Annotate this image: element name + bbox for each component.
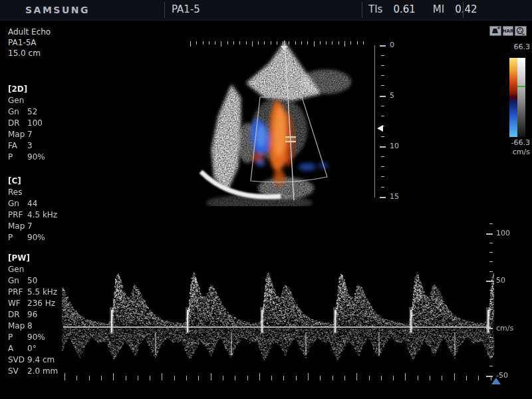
section-header: [PW] <box>8 253 65 264</box>
ruler-tick <box>344 376 345 380</box>
parameter-label: Gn <box>8 106 27 118</box>
ruler-tick <box>271 41 271 45</box>
divider <box>164 2 165 18</box>
colorbar-gray-gradient <box>517 58 525 137</box>
ruler-tick <box>320 376 321 380</box>
ruler-tick <box>190 41 191 47</box>
tis-label: TIs <box>368 3 382 15</box>
parameter-row: WF236 Hz <box>8 298 65 309</box>
parameter-value: 8 <box>27 321 65 332</box>
ruler-tick <box>76 376 77 380</box>
ruler-tick <box>380 45 386 47</box>
parameter-value: 5.5 kHz <box>27 287 65 298</box>
ruler-tick <box>186 376 187 380</box>
parameter-label: P <box>8 332 27 343</box>
parameter-label: WF <box>8 298 27 309</box>
parameter-row: FA3 <box>8 140 65 152</box>
ruler-tick <box>277 41 277 45</box>
parameter-label: Map <box>8 221 27 232</box>
ruler-tick <box>308 373 309 380</box>
ruler-tick <box>314 41 315 47</box>
ruler-tick <box>259 373 260 380</box>
velocity-label: 100 <box>496 229 510 237</box>
parameter-value <box>27 95 65 106</box>
parameter-row: PRF4.5 kHz <box>8 209 65 221</box>
ruler-tick <box>247 376 248 380</box>
parameter-label: SV <box>8 366 27 377</box>
ruler-tick <box>301 41 302 45</box>
ruler-tick <box>381 187 384 188</box>
depth-label: 0 <box>390 41 394 49</box>
ultrasound-screen: SAMSUNG PA1-5 TIs0.61MI0.42 HAR Adult Ec… <box>0 0 532 399</box>
ruler-tick <box>296 376 297 380</box>
ruler-tick <box>126 376 126 380</box>
ruler-tick <box>227 41 228 45</box>
color-doppler-scale-bar <box>509 58 525 137</box>
ruler-tick <box>332 41 332 45</box>
parameter-label: Gen <box>8 95 27 106</box>
mi-label: MI <box>433 3 444 15</box>
focus-position-marker[interactable] <box>377 125 383 132</box>
parameter-value: 7 <box>27 221 65 232</box>
ruler-tick <box>489 223 493 224</box>
section-header: [2D] <box>8 84 65 95</box>
parameter-label: Gen <box>8 264 27 275</box>
ruler-tick <box>289 41 289 45</box>
imaging-depth: 15.0 cm <box>8 48 51 59</box>
ruler-tick <box>363 41 364 45</box>
parameter-value: 0° <box>27 343 65 354</box>
parameter-row: P90% <box>8 232 65 243</box>
parameter-label: Gn <box>8 275 27 287</box>
ruler-tick <box>174 376 175 380</box>
parameter-value: 236 Hz <box>27 298 65 309</box>
ruler-tick <box>150 376 150 380</box>
ruler-tick <box>405 373 406 380</box>
depth-ruler-line <box>374 45 375 198</box>
ruler-tick <box>295 41 296 45</box>
depth-label: 15 <box>390 192 399 201</box>
parameter-label: FA <box>8 140 27 152</box>
ruler-tick <box>252 41 253 47</box>
harmonic-button[interactable]: HAR <box>503 26 513 36</box>
ruler-tick <box>381 65 384 66</box>
ruler-tick <box>198 376 199 380</box>
ruler-tick <box>486 233 493 235</box>
cine-reel-icon <box>515 26 527 36</box>
parameter-value: 90% <box>27 332 65 343</box>
ruler-tick <box>338 41 339 45</box>
parameter-value: 100 <box>27 118 65 129</box>
ruler-tick <box>344 41 345 47</box>
sample-volume-gate[interactable] <box>285 137 296 142</box>
probe-name: PA1-5 <box>172 3 200 15</box>
ruler-tick <box>380 197 386 198</box>
ruler-tick <box>380 96 386 97</box>
parameter-row: Map7 <box>8 129 65 140</box>
title-bar: SAMSUNG PA1-5 TIs0.61MI0.42 <box>0 0 532 21</box>
cine-button[interactable] <box>515 26 527 36</box>
parameter-value: 2.0 mm <box>27 366 65 377</box>
ruler-tick <box>380 146 386 148</box>
ruler-tick <box>442 376 442 380</box>
parameter-row: SVD9.4 cm <box>8 354 65 366</box>
ruler-tick <box>203 41 203 45</box>
parameter-value: 52 <box>27 106 65 118</box>
ruler-tick <box>350 41 351 45</box>
colorbar-green-marker <box>517 86 525 87</box>
ruler-tick <box>89 376 90 380</box>
parameter-label: PRF <box>8 287 27 298</box>
ruler-tick <box>489 366 493 366</box>
pw-baseline-marker[interactable] <box>491 378 501 384</box>
ruler-tick <box>264 41 265 45</box>
parameter-label: DR <box>8 118 27 129</box>
parameter-row: DR100 <box>8 118 65 129</box>
sidebar-section-pw: [PW]GenGn50PRF5.5 kHzWF236 HzDR96Map8P90… <box>8 253 65 377</box>
parameter-row: Res <box>8 187 65 198</box>
colorbar-min-velocity: -66.3 <box>511 138 530 147</box>
pw-spectrum-display <box>62 219 494 386</box>
ruler-tick <box>221 41 221 47</box>
ruler-tick <box>393 376 394 380</box>
parameter-row: Map8 <box>8 321 65 332</box>
parameter-row: P90% <box>8 152 65 163</box>
parameter-row: DR96 <box>8 309 65 321</box>
probe-select-button[interactable] <box>489 26 501 36</box>
